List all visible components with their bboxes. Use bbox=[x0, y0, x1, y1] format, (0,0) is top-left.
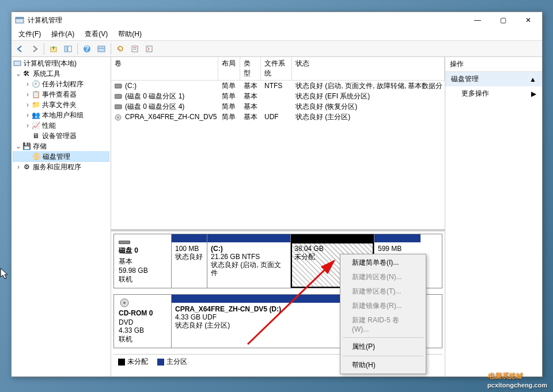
separator bbox=[44, 43, 44, 55]
volume-row[interactable]: CPRA_X64FRE_ZH-CN_DV5 (D:)简单基本UDF状态良好 (主… bbox=[111, 112, 445, 122]
actions-pane: 操作 磁盘管理 ▲ 更多操作 ▶ bbox=[445, 57, 542, 376]
partition[interactable]: 100 MB状态良好 bbox=[172, 234, 207, 288]
expand-icon[interactable]: › bbox=[24, 121, 31, 130]
settings-button[interactable] bbox=[143, 43, 156, 55]
up-button[interactable] bbox=[47, 43, 60, 55]
col-status[interactable]: 状态 bbox=[292, 57, 445, 80]
disk-info[interactable]: 磁盘 0基本59.98 GB联机 bbox=[114, 234, 172, 288]
context-menu: 新建简单卷(I)... 新建跨区卷(N)... 新建带区卷(T)... 新建镜像… bbox=[340, 254, 426, 374]
storage-icon: 💾 bbox=[22, 142, 31, 151]
clock-icon: 🕘 bbox=[31, 79, 40, 89]
tree-label: 任务计划程序 bbox=[42, 79, 84, 89]
svg-rect-16 bbox=[115, 105, 122, 109]
volume-row[interactable]: (C:)简单基本NTFS状态良好 (启动, 页面文件, 故障转储, 基本数据分 bbox=[111, 81, 445, 91]
partition-body[interactable]: (C:)21.26 GB NTFS状态良好 (启动, 页面文件 bbox=[207, 242, 290, 288]
submenu-icon: ▶ bbox=[531, 90, 536, 98]
collapse-icon[interactable]: ⌄ bbox=[15, 70, 22, 78]
partition-bar bbox=[374, 234, 421, 242]
tree-local-users[interactable]: ›👥本地用户和组 bbox=[13, 110, 109, 120]
volume-row[interactable]: (磁盘 0 磁盘分区 1)简单基本状态良好 (EFI 系统分区) bbox=[111, 91, 445, 101]
window-title: 计算机管理 bbox=[28, 16, 465, 25]
col-volume[interactable]: 卷 bbox=[111, 57, 218, 80]
tree-device-manager[interactable]: 🖥设备管理器 bbox=[13, 131, 109, 141]
svg-point-18 bbox=[118, 117, 119, 119]
nav-tree[interactable]: 计算机管理(本地) ⌄ 🛠 系统工具 ›🕘任务计划程序 ›📋事件查看器 ›📁共享… bbox=[12, 57, 111, 376]
maximize-button[interactable]: ▢ bbox=[490, 12, 516, 28]
minimize-button[interactable]: — bbox=[465, 12, 490, 28]
help-button[interactable]: ? bbox=[81, 43, 93, 55]
forward-button[interactable] bbox=[28, 43, 41, 55]
disk-kind: 基本 bbox=[119, 257, 166, 267]
computer-icon bbox=[13, 59, 22, 68]
actions-diskmgmt[interactable]: 磁盘管理 ▲ bbox=[445, 72, 542, 86]
back-button[interactable] bbox=[14, 43, 26, 55]
event-icon: 📋 bbox=[31, 90, 40, 99]
col-filesystem[interactable]: 文件系统 bbox=[261, 57, 292, 80]
expand-icon[interactable]: › bbox=[24, 111, 31, 119]
volume-status: 状态良好 (主分区) bbox=[292, 112, 445, 123]
svg-rect-9 bbox=[132, 46, 138, 52]
actions-more[interactable]: 更多操作 ▶ bbox=[445, 86, 542, 101]
titlebar[interactable]: 计算机管理 — ▢ ✕ bbox=[12, 12, 542, 28]
partition-bar bbox=[172, 234, 207, 242]
partition-size: 599 MB bbox=[378, 245, 402, 253]
app-icon bbox=[15, 16, 24, 25]
volume-icon bbox=[115, 114, 123, 120]
tree-system-tools[interactable]: ⌄ 🛠 系统工具 bbox=[13, 68, 109, 79]
expand-icon[interactable]: › bbox=[15, 163, 22, 171]
tree-root[interactable]: 计算机管理(本地) bbox=[13, 58, 109, 68]
partition-body[interactable]: 100 MB状态良好 bbox=[172, 242, 207, 288]
volume-list[interactable]: 卷 布局 类型 文件系统 状态 (C:)简单基本NTFS状态良好 (启动, 页面… bbox=[111, 57, 445, 231]
volume-fs: NTFS bbox=[261, 81, 292, 90]
col-type[interactable]: 类型 bbox=[240, 57, 261, 80]
ctx-help[interactable]: 帮助(H) bbox=[342, 358, 425, 372]
wrench-icon: 🛠 bbox=[22, 69, 31, 78]
volume-layout: 简单 bbox=[218, 101, 240, 112]
close-button[interactable]: ✕ bbox=[516, 12, 541, 28]
tree-label: 系统工具 bbox=[33, 69, 60, 79]
show-hide-tree-button[interactable] bbox=[62, 43, 74, 55]
partition-size: 21.26 GB NTFS bbox=[211, 253, 260, 261]
tree-event-viewer[interactable]: ›📋事件查看器 bbox=[13, 89, 109, 100]
volume-icon bbox=[115, 104, 123, 109]
volume-icon bbox=[115, 93, 123, 99]
menu-help[interactable]: 帮助(H) bbox=[113, 28, 146, 40]
svg-rect-1 bbox=[16, 17, 24, 19]
menu-file[interactable]: 文件(F) bbox=[14, 28, 46, 40]
tree-label: 共享文件夹 bbox=[42, 100, 77, 110]
volume-name: (磁盘 0 磁盘分区 1) bbox=[125, 92, 184, 101]
expand-icon[interactable]: › bbox=[24, 101, 31, 109]
partition-size: 38.04 GB bbox=[294, 245, 324, 253]
menubar: 文件(F) 操作(A) 查看(V) 帮助(H) bbox=[12, 28, 542, 41]
refresh-button[interactable] bbox=[114, 43, 127, 55]
disk-info[interactable]: CD-ROM 0DVD4.33 GB联机 bbox=[114, 295, 172, 348]
partition[interactable]: (C:)21.26 GB NTFS状态良好 (启动, 页面文件 bbox=[207, 234, 291, 288]
tree-storage[interactable]: ⌄💾存储 bbox=[13, 141, 109, 151]
expand-icon[interactable]: › bbox=[24, 80, 31, 88]
volume-name: (C:) bbox=[125, 82, 137, 90]
tree-services-apps[interactable]: ›⚙服务和应用程序 bbox=[13, 162, 109, 172]
ctx-properties[interactable]: 属性(P) bbox=[342, 340, 425, 354]
volume-row[interactable]: (磁盘 0 磁盘分区 4)简单基本状态良好 (恢复分区) bbox=[111, 101, 445, 112]
tree-performance[interactable]: ›📈性能 bbox=[13, 120, 109, 131]
partition-status: 未分配 bbox=[294, 253, 315, 261]
disk-size: 4.33 GB bbox=[119, 326, 166, 334]
tree-label: 存储 bbox=[33, 142, 47, 151]
svg-rect-4 bbox=[68, 46, 71, 52]
partition-title: CPRA_X64FRE_ZH-CN_DV5 (D:) bbox=[175, 305, 281, 313]
tree-label: 计算机管理(本地) bbox=[24, 59, 77, 68]
expand-icon[interactable]: › bbox=[24, 90, 31, 98]
view-button[interactable] bbox=[95, 43, 108, 55]
properties-button[interactable] bbox=[128, 43, 141, 55]
tree-task-scheduler[interactable]: ›🕘任务计划程序 bbox=[13, 79, 109, 89]
menu-action[interactable]: 操作(A) bbox=[47, 28, 79, 40]
services-icon: ⚙ bbox=[22, 162, 31, 172]
tree-disk-management[interactable]: 📀磁盘管理 bbox=[13, 151, 109, 162]
tree-label: 性能 bbox=[42, 121, 56, 131]
collapse-icon[interactable]: ⌄ bbox=[15, 142, 22, 150]
menu-view[interactable]: 查看(V) bbox=[80, 28, 112, 40]
col-layout[interactable]: 布局 bbox=[218, 57, 240, 80]
ctx-new-simple-volume[interactable]: 新建简单卷(I)... bbox=[342, 256, 425, 270]
tree-shared-folders[interactable]: ›📁共享文件夹 bbox=[13, 100, 109, 110]
svg-rect-3 bbox=[65, 46, 67, 52]
